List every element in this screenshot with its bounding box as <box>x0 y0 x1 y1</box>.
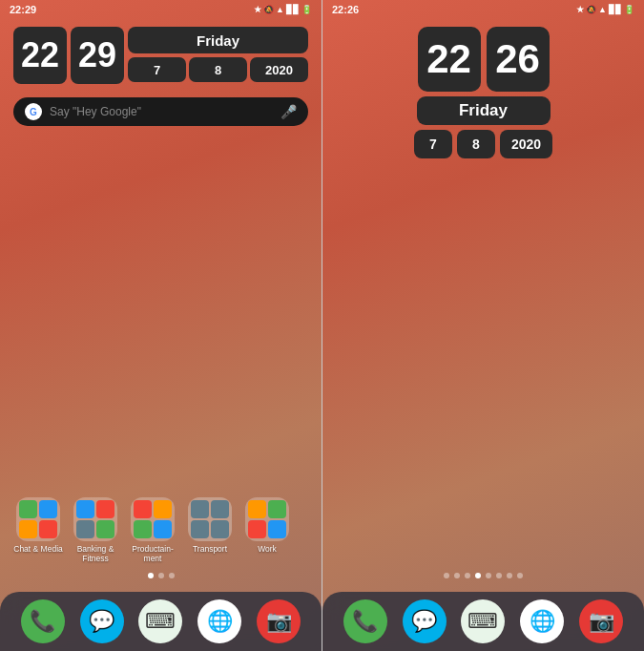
dock-right: 📞 💬 ⌨ 🌐 📷 <box>322 592 644 651</box>
camera-icon: 📷 <box>266 609 292 634</box>
status-bar-right: 22:26 ★ 🔕 ▲ ▊▊ 🔋 <box>322 0 644 17</box>
rdot-6 <box>496 573 502 578</box>
phone-icon: 📞 <box>30 609 55 634</box>
clock-date-numbers-right: 7 8 2020 <box>414 130 552 158</box>
app-area-right <box>322 166 644 592</box>
folder-chat-media-label: Chat & Media <box>13 544 63 554</box>
clock-hour-left: 22 <box>13 27 67 84</box>
mute-icon: 🔕 <box>263 5 274 14</box>
clock-month-right: 8 <box>457 130 495 158</box>
phone-icon-r: 📞 <box>352 609 378 634</box>
status-icons-left: ★ 🔕 ▲ ▊▊ 🔋 <box>254 5 312 14</box>
folder-banking-fitness[interactable]: Banking & Fitness <box>71 497 120 563</box>
clock-date-numbers-left: 7 8 2020 <box>128 57 308 82</box>
bluetooth-icon: ★ <box>254 5 261 14</box>
status-icons-right: ★ 🔕 ▲ ▊▊ 🔋 <box>576 5 634 14</box>
messages-icon-r: 💬 <box>411 609 437 634</box>
clock-widget-left: 22 29 Friday 7 8 2020 <box>13 27 308 84</box>
clock-digits-row-right: 22 26 <box>418 27 550 92</box>
search-placeholder: Say "Hey Google" <box>50 105 273 118</box>
folders-row: Chat & Media Banking & Fitness <box>0 497 322 563</box>
page-dots-left <box>0 573 322 578</box>
battery-icon-r: 🔋 <box>624 5 634 14</box>
folder-chat-media-icon <box>16 497 60 541</box>
clock-day-left: 7 <box>128 57 186 82</box>
folder-transport[interactable]: Transport <box>185 497 235 563</box>
dock-messages-left[interactable]: 💬 <box>80 599 124 643</box>
rdot-8 <box>517 573 523 578</box>
dock-keyboard-left[interactable]: ⌨ <box>138 599 182 643</box>
clock-month-left: 8 <box>189 57 247 82</box>
dock-phone-right[interactable]: 📞 <box>343 599 387 643</box>
camera-icon-r: 📷 <box>589 609 614 634</box>
dot-3 <box>169 573 175 578</box>
keyboard-icon-r: ⌨ <box>467 609 498 634</box>
folder-productainment[interactable]: Productain-ment <box>128 497 177 563</box>
page-dots-right <box>322 573 644 578</box>
clock-day-right: 7 <box>414 130 452 158</box>
folder-transport-icon <box>188 497 232 541</box>
clock-minute-left: 29 <box>71 27 124 84</box>
dock-camera-right[interactable]: 📷 <box>579 599 623 643</box>
search-bar-left[interactable]: G Say "Hey Google" 🎤 <box>13 97 308 126</box>
folder-productainment-label: Productain-ment <box>128 544 177 563</box>
folder-work-label: Work <box>258 544 277 554</box>
chrome-icon: 🌐 <box>207 609 233 634</box>
rdot-7 <box>507 573 512 578</box>
mute-icon-r: 🔕 <box>586 5 596 14</box>
clock-minute-right: 26 <box>487 27 550 92</box>
left-screen: 22:29 ★ 🔕 ▲ ▊▊ 🔋 22 29 Friday 7 8 2020 G… <box>0 0 322 651</box>
clock-year-right: 2020 <box>500 130 552 158</box>
folder-banking-icon <box>73 497 117 541</box>
clock-year-left: 2020 <box>250 57 308 82</box>
right-screen: 22:26 ★ 🔕 ▲ ▊▊ 🔋 22 26 Friday 7 8 2020 <box>322 0 644 651</box>
status-bar-left: 22:29 ★ 🔕 ▲ ▊▊ 🔋 <box>0 0 322 17</box>
bluetooth-icon-r: ★ <box>576 5 584 14</box>
folder-work-icon <box>245 497 289 541</box>
wifi-icon-r: ▲ <box>598 5 607 14</box>
time-right: 22:26 <box>332 4 359 15</box>
dock-chrome-left[interactable]: 🌐 <box>197 599 241 643</box>
dock-chrome-right[interactable]: 🌐 <box>520 599 564 643</box>
signal-icon-r: ▊▊ <box>609 5 622 14</box>
battery-icon: 🔋 <box>301 5 312 14</box>
dot-2 <box>158 573 164 578</box>
dock-phone-left[interactable]: 📞 <box>21 599 65 643</box>
dock-camera-left[interactable]: 📷 <box>257 599 301 643</box>
rdot-3 <box>465 573 470 578</box>
dock-keyboard-right[interactable]: ⌨ <box>461 599 505 643</box>
dock-messages-right[interactable]: 💬 <box>403 599 447 643</box>
app-area-left: Chat & Media Banking & Fitness <box>0 130 322 592</box>
folder-work[interactable]: Work <box>242 497 292 563</box>
rdot-2 <box>454 573 460 578</box>
chrome-icon-r: 🌐 <box>530 609 555 634</box>
clock-day-name-right: Friday <box>417 96 551 125</box>
rdot-4 <box>475 573 481 578</box>
dot-1 <box>148 573 154 578</box>
rdot-1 <box>444 573 449 578</box>
messages-icon: 💬 <box>89 609 114 634</box>
folder-chat-media[interactable]: Chat & Media <box>13 497 63 563</box>
clock-day-name-left: Friday <box>128 27 308 53</box>
folder-productainment-icon <box>131 497 175 541</box>
rdot-5 <box>486 573 491 578</box>
keyboard-icon: ⌨ <box>145 609 176 634</box>
folder-banking-label: Banking & Fitness <box>71 544 120 563</box>
time-left: 22:29 <box>10 4 36 15</box>
clock-widget-right: 22 26 Friday 7 8 2020 <box>336 27 631 158</box>
wifi-icon: ▲ <box>276 5 284 14</box>
dock-left: 📞 💬 ⌨ 🌐 📷 <box>0 592 322 651</box>
folder-transport-label: Transport <box>193 544 227 554</box>
clock-date-left: Friday 7 8 2020 <box>128 27 308 84</box>
google-icon: G <box>25 103 42 120</box>
signal-icon: ▊▊ <box>286 5 300 14</box>
clock-hour-right: 22 <box>418 27 481 92</box>
mic-icon[interactable]: 🎤 <box>280 104 297 119</box>
